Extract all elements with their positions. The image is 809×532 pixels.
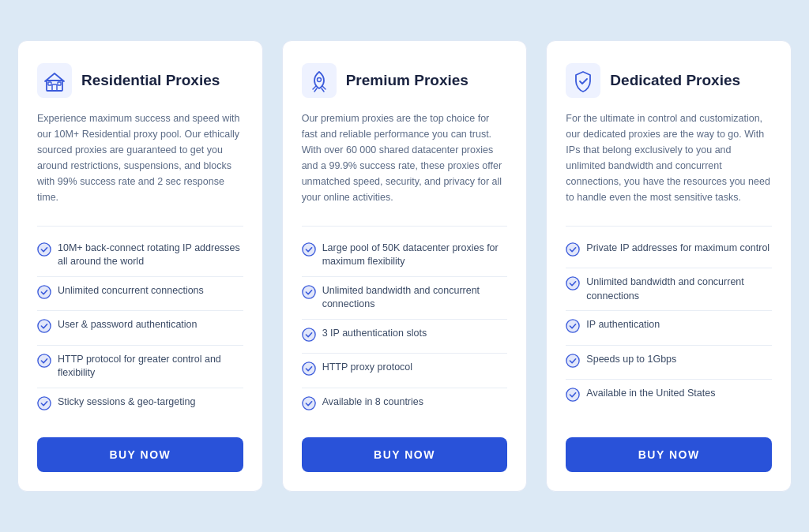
feature-item: HTTP proxy protocol [302,354,508,388]
check-icon [566,353,580,373]
card-title: Residential Proxies [81,72,220,89]
buy-now-button[interactable]: BUY NOW [566,437,772,472]
feature-text: Large pool of 50K datacenter proxies for… [322,242,508,269]
feature-item: Private IP addresses for maximum control [566,234,772,269]
check-icon [302,361,316,380]
feature-item: Unlimited concurrent connections [37,277,243,312]
card-residential: Residential Proxies Experience maximum s… [17,40,263,493]
card-premium: Premium Proxies Our premium proxies are … [282,40,528,493]
feature-text: HTTP protocol for greater control and fl… [58,353,243,380]
feature-text: Unlimited concurrent connections [58,284,204,298]
divider [566,226,772,227]
feature-text: Speeds up to 1Gbps [586,353,676,367]
check-icon [37,353,51,373]
card-dedicated: Dedicated Proxies For the ultimate in co… [546,40,792,493]
feature-item: User & password authentication [37,311,243,346]
feature-text: HTTP proxy protocol [322,361,412,375]
card-description: For the ultimate in control and customiz… [566,111,772,205]
feature-item: Large pool of 50K datacenter proxies for… [302,234,508,277]
card-header: Premium Proxies [302,63,508,98]
feature-text: 3 IP authentication slots [322,327,427,341]
feature-text: Sticky sessions & geo-targeting [58,395,195,410]
divider [37,226,243,227]
feature-text: 10M+ back-connect rotating IP addresses … [58,242,243,269]
feature-item: Available in 8 countries [302,388,508,422]
feature-item: 3 IP authentication slots [302,320,508,354]
feature-item: Speeds up to 1Gbps [566,346,772,380]
feature-item: Available in the United States [566,380,772,414]
card-header: Residential Proxies [37,63,243,98]
check-icon [37,395,51,415]
shield-icon [566,63,600,98]
check-icon [302,242,316,261]
check-icon [302,284,316,304]
card-description: Our premium proxies are the top choice f… [302,111,508,205]
card-title: Dedicated Proxies [610,72,740,89]
check-icon [302,395,316,415]
card-description: Experience maximum success and speed wit… [37,111,243,205]
card-title: Premium Proxies [346,72,468,89]
feature-text: IP authentication [586,318,660,332]
feature-text: User & password authentication [58,318,197,332]
check-icon [302,327,316,347]
feature-text: Unlimited bandwidth and concurrent conne… [322,284,508,312]
svg-rect-27 [566,63,600,98]
feature-item: HTTP protocol for greater control and fl… [37,346,243,388]
buy-now-button[interactable]: BUY NOW [37,437,243,472]
house-icon [37,63,72,98]
feature-item: Unlimited bandwidth and concurrent conne… [566,268,772,311]
feature-text: Available in the United States [586,387,715,401]
feature-item: IP authentication [566,311,772,346]
check-icon [37,318,51,338]
check-icon [566,387,580,406]
check-icon [37,284,51,304]
svg-rect-15 [302,63,337,98]
check-icon [566,275,580,295]
feature-list: Large pool of 50K datacenter proxies for… [302,234,508,422]
rocket-icon [302,63,337,98]
feature-text: Unlimited bandwidth and concurrent conne… [586,275,772,303]
divider [302,226,508,227]
feature-list: 10M+ back-connect rotating IP addresses … [37,234,243,422]
buy-now-button[interactable]: BUY NOW [302,437,508,472]
feature-text: Available in 8 countries [322,395,423,410]
check-icon [566,242,580,261]
cards-container: Residential Proxies Experience maximum s… [17,40,792,493]
card-header: Dedicated Proxies [566,63,772,98]
check-icon [566,318,580,338]
feature-item: Sticky sessions & geo-targeting [37,388,243,422]
check-icon [37,242,51,261]
feature-item: 10M+ back-connect rotating IP addresses … [37,234,243,277]
feature-list: Private IP addresses for maximum control… [566,234,772,422]
feature-text: Private IP addresses for maximum control [586,242,769,256]
feature-item: Unlimited bandwidth and concurrent conne… [302,277,508,320]
